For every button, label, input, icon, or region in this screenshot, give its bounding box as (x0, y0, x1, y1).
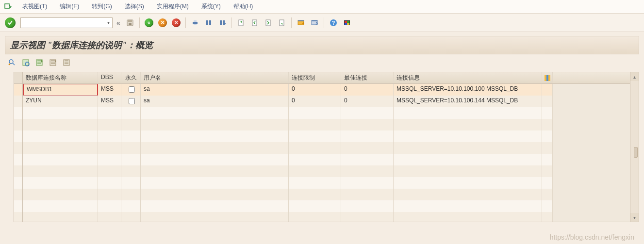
svg-rect-9 (223, 20, 225, 25)
svg-rect-5 (194, 24, 197, 25)
menu-edit[interactable]: 编辑(E) (57, 0, 82, 13)
svg-rect-12 (266, 20, 270, 26)
menu-table-view[interactable]: 表视图(T) (19, 0, 50, 13)
cell-dbs[interactable]: MSS (98, 84, 121, 96)
cell-info[interactable]: MSSQL_SERVER=10.10.100.100 MSSQL_DB (394, 84, 542, 96)
svg-point-25 (9, 60, 13, 64)
header-name[interactable]: 数据库连接名称 (23, 72, 98, 83)
enter-button[interactable] (5, 17, 16, 28)
table-row-empty (14, 142, 630, 154)
header-user[interactable]: 用户名 (141, 72, 289, 83)
cell-user[interactable]: sa (141, 84, 289, 96)
details-button[interactable] (20, 57, 31, 68)
cell-cfg (542, 96, 553, 107)
cell-perm[interactable] (121, 84, 141, 96)
table-row-empty (14, 130, 630, 142)
command-input[interactable] (21, 19, 104, 26)
table-row[interactable]: ZYUNMSSsa00MSSQL_SERVER=10.10.100.144 MS… (14, 96, 630, 107)
cell-limit[interactable]: 0 (289, 84, 341, 96)
svg-rect-10 (239, 20, 243, 26)
display-change-button[interactable] (7, 57, 17, 68)
svg-rect-2 (129, 23, 132, 25)
first-page-button[interactable] (235, 17, 247, 29)
menu-help[interactable]: 帮助(H) (231, 0, 256, 13)
svg-rect-23 (345, 23, 347, 25)
header-selector[interactable] (14, 72, 23, 83)
menu-bar: 表视图(T) 编辑(E) 转到(G) 选择(S) 实用程序(M) 系统(Y) 帮… (0, 0, 644, 14)
svg-rect-21 (345, 21, 347, 23)
table-container: 数据库连接名称 DBS 永久 用户名 连接限制 最佳连接 连接信息 WMSDB1… (14, 72, 639, 222)
cell-info[interactable]: MSSQL_SERVER=10.10.100.144 MSSQL_DB (394, 96, 542, 107)
header-dbs[interactable]: DBS (98, 72, 121, 83)
menu-select[interactable]: 选择(S) (122, 0, 147, 13)
cell-limit[interactable]: 0 (289, 96, 341, 107)
configure-columns-icon[interactable] (542, 72, 552, 83)
generate-shortcut-button[interactable] (309, 17, 320, 29)
header-best[interactable]: 最佳连接 (341, 72, 394, 83)
svg-rect-8 (220, 20, 222, 25)
perm-checkbox[interactable] (129, 86, 135, 93)
cell-best[interactable]: 0 (341, 96, 394, 107)
select-all-button[interactable] (34, 57, 45, 68)
header-perm[interactable]: 永久 (121, 72, 141, 83)
table-row-empty (14, 177, 630, 189)
layout-button[interactable] (341, 17, 353, 29)
header-info[interactable]: 连接信息 (394, 72, 542, 83)
vertical-scrollbar[interactable]: ▴ ▾ (630, 72, 639, 222)
find-button[interactable] (203, 17, 215, 29)
cell-user[interactable]: sa (141, 96, 289, 107)
save-button[interactable] (124, 17, 136, 29)
scroll-grip-icon[interactable] (634, 147, 638, 158)
help-button[interactable]: ? (328, 17, 339, 29)
svg-rect-4 (194, 20, 197, 22)
cell-name[interactable]: WMSDB1 (23, 84, 98, 96)
scroll-up-icon[interactable]: ▴ (630, 72, 639, 81)
scroll-down-icon[interactable]: ▾ (630, 213, 639, 222)
header-configure[interactable] (542, 72, 553, 83)
sub-toolbar (0, 54, 644, 70)
row-selector[interactable] (14, 84, 23, 96)
menu-goto[interactable]: 转到(G) (89, 0, 115, 13)
watermark: https://blog.csdn.net/fengxin (550, 233, 634, 241)
svg-rect-24 (347, 23, 349, 25)
svg-rect-31 (545, 75, 546, 81)
prev-page-button[interactable] (249, 17, 261, 29)
command-dropdown-icon[interactable]: ▾ (104, 20, 112, 25)
table-row-empty (14, 200, 630, 212)
table-body: WMSDB1MSSsa00MSSQL_SERVER=10.10.100.100 … (14, 84, 630, 222)
select-block-button[interactable] (48, 57, 58, 68)
row-selector[interactable] (14, 96, 23, 107)
print-button[interactable] (189, 17, 201, 29)
table-header: 数据库连接名称 DBS 永久 用户名 连接限制 最佳连接 连接信息 (14, 72, 630, 84)
header-limit[interactable]: 连接限制 (289, 72, 341, 83)
perm-checkbox[interactable] (129, 98, 135, 104)
data-table: 数据库连接名称 DBS 永久 用户名 连接限制 最佳连接 连接信息 WMSDB1… (14, 72, 630, 222)
table-row-empty (14, 165, 630, 177)
cell-dbs[interactable]: MSS (98, 96, 121, 107)
cancel-button[interactable]: ✕ (170, 17, 182, 29)
svg-rect-7 (209, 20, 211, 25)
history-back-icon[interactable]: « (115, 19, 122, 27)
table-row-empty (14, 119, 630, 130)
svg-rect-17 (312, 20, 317, 21)
deselect-all-button[interactable] (61, 57, 72, 68)
cell-cfg (542, 84, 553, 96)
svg-rect-33 (548, 75, 550, 81)
page-title: 显示视图 "数据库连接的说明"：概览 (5, 36, 639, 54)
next-page-button[interactable] (263, 17, 274, 29)
exit-button[interactable]: ✕ (157, 17, 168, 29)
svg-rect-6 (206, 20, 208, 25)
cell-perm[interactable] (121, 96, 141, 107)
svg-rect-11 (252, 20, 257, 26)
command-field[interactable]: ▾ (20, 17, 113, 28)
find-next-button[interactable] (216, 17, 228, 29)
last-page-button[interactable] (276, 17, 288, 29)
new-session-button[interactable] (295, 17, 307, 29)
cell-name[interactable]: ZYUN (23, 96, 98, 107)
svg-rect-22 (347, 21, 349, 23)
back-button[interactable]: « (143, 17, 155, 29)
cell-best[interactable]: 0 (341, 84, 394, 96)
menu-system[interactable]: 系统(Y) (198, 0, 224, 13)
menu-utilities[interactable]: 实用程序(M) (154, 0, 192, 13)
table-row[interactable]: WMSDB1MSSsa00MSSQL_SERVER=10.10.100.100 … (14, 84, 630, 96)
